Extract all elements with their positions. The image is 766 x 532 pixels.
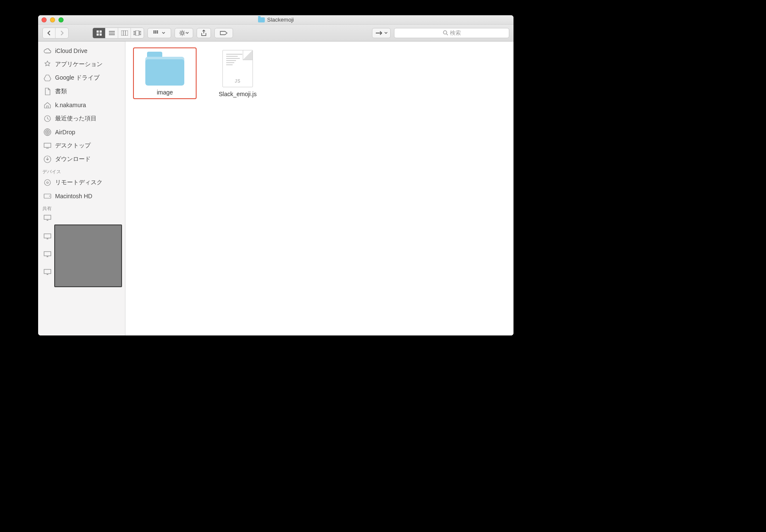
svg-rect-16 xyxy=(153,32,155,33)
file-item[interactable]: JS Slack_emoji.js xyxy=(206,47,269,100)
sidebar-shared-item[interactable] xyxy=(38,231,125,241)
body: iCloud Drive アプリケーション Google ドライブ 書類 k.n… xyxy=(38,42,513,335)
download-icon xyxy=(43,155,52,163)
sidebar-item-applications[interactable]: アプリケーション xyxy=(38,58,125,71)
svg-rect-43 xyxy=(44,234,51,238)
tag-icon xyxy=(219,30,228,36)
gdrive-icon xyxy=(43,74,52,82)
svg-rect-2 xyxy=(97,33,99,36)
icon-view-button[interactable] xyxy=(93,28,105,38)
sidebar-label: リモートディスク xyxy=(55,179,103,186)
sidebar-item-remote-disc[interactable]: リモートディスク xyxy=(38,176,125,189)
sidebar-label: アプリケーション xyxy=(55,61,103,68)
svg-point-28 xyxy=(443,31,447,34)
sidebar-label: iCloud Drive xyxy=(55,47,87,54)
share-icon xyxy=(201,30,207,36)
svg-rect-1 xyxy=(100,30,102,33)
svg-point-37 xyxy=(44,180,50,186)
sidebar-item-documents[interactable]: 書類 xyxy=(38,85,125,98)
coverflow-view-button[interactable] xyxy=(131,28,144,38)
item-label: Slack_emoji.js xyxy=(219,91,256,97)
svg-point-40 xyxy=(49,196,50,197)
action-button[interactable] xyxy=(175,28,193,38)
folder-item[interactable]: image xyxy=(133,47,197,99)
svg-rect-10 xyxy=(133,31,135,35)
sidebar-label: k.nakamura xyxy=(55,102,86,108)
svg-point-19 xyxy=(181,32,183,34)
sidebar-item-desktop[interactable]: デスクトップ xyxy=(38,139,125,152)
svg-rect-12 xyxy=(140,31,141,35)
monitor-icon xyxy=(43,250,52,258)
sidebar-header-shared: 共有 xyxy=(38,203,125,213)
sidebar-label: 最近使った項目 xyxy=(55,115,97,122)
svg-rect-15 xyxy=(157,30,158,32)
items-area[interactable]: image JS Slack_emoji.js xyxy=(125,42,513,335)
sidebar-label: Macintosh HD xyxy=(55,193,92,200)
sidebar-item-downloads[interactable]: ダウンロード xyxy=(38,152,125,166)
tags-button[interactable] xyxy=(214,28,233,38)
title-center: Slackemoji xyxy=(38,17,513,23)
search-field[interactable]: 検索 xyxy=(394,28,509,38)
js-file-icon: JS xyxy=(222,50,253,87)
column-view-button[interactable] xyxy=(118,28,131,38)
window-title: Slackemoji xyxy=(267,17,294,23)
sidebar: iCloud Drive アプリケーション Google ドライブ 書類 k.n… xyxy=(38,42,125,335)
monitor-icon xyxy=(43,268,52,276)
titlebar[interactable]: Slackemoji xyxy=(38,15,513,25)
clock-icon xyxy=(43,114,52,123)
search-icon xyxy=(443,30,448,36)
item-label: image xyxy=(157,89,173,96)
svg-rect-7 xyxy=(121,30,128,36)
svg-line-29 xyxy=(447,34,448,35)
sidebar-item-icloud[interactable]: iCloud Drive xyxy=(38,44,125,58)
cloud-icon xyxy=(43,47,52,55)
svg-line-24 xyxy=(180,31,181,32)
svg-rect-3 xyxy=(100,33,102,36)
doc-icon xyxy=(43,87,52,96)
sidebar-label: AirDrop xyxy=(55,129,75,136)
sidebar-item-gdrive[interactable]: Google ドライブ xyxy=(38,71,125,85)
apps-icon xyxy=(43,60,52,69)
disc-icon xyxy=(43,178,52,187)
sidebar-shared-item[interactable] xyxy=(38,249,125,259)
back-button[interactable] xyxy=(43,28,56,38)
sidebar-item-home[interactable]: k.nakamura xyxy=(38,98,125,112)
chevron-down-icon xyxy=(162,32,165,34)
finder-window: Slackemoji xyxy=(38,15,513,335)
hdd-icon xyxy=(43,192,52,200)
share-button[interactable] xyxy=(197,28,211,38)
sidebar-label: Google ドライブ xyxy=(55,74,100,82)
list-view-button[interactable] xyxy=(105,28,118,38)
sidebar-label: 書類 xyxy=(55,88,67,95)
home-icon xyxy=(43,101,52,109)
svg-rect-45 xyxy=(44,252,51,256)
sidebar-item-airdrop[interactable]: AirDrop xyxy=(38,125,125,139)
svg-point-32 xyxy=(45,130,50,134)
desktop-icon xyxy=(43,141,52,150)
sidebar-label: ダウンロード xyxy=(55,155,91,163)
file-badge: JS xyxy=(223,79,253,83)
airdrop-icon xyxy=(43,128,52,136)
sidebar-label: デスクトップ xyxy=(55,142,91,150)
nav-buttons xyxy=(42,28,69,39)
svg-rect-14 xyxy=(155,30,156,32)
sidebar-shared-item[interactable] xyxy=(38,267,125,277)
svg-rect-13 xyxy=(153,30,155,32)
sidebar-item-recents[interactable]: 最近使った項目 xyxy=(38,112,125,125)
svg-rect-18 xyxy=(157,32,158,33)
sidebar-shared-item[interactable] xyxy=(38,213,125,223)
svg-rect-47 xyxy=(44,269,51,274)
sidebar-item-macintosh-hd[interactable]: Macintosh HD xyxy=(38,189,125,203)
view-mode xyxy=(92,28,144,39)
monitor-icon xyxy=(43,232,52,241)
sidebar-header-devices: デバイス xyxy=(38,166,125,176)
chevron-down-icon xyxy=(186,32,189,34)
svg-rect-34 xyxy=(44,143,51,147)
svg-rect-11 xyxy=(136,30,139,36)
svg-rect-0 xyxy=(97,30,99,33)
forward-button[interactable] xyxy=(56,28,68,38)
svg-rect-17 xyxy=(155,32,156,33)
chevron-down-icon xyxy=(384,32,388,34)
dropbox-button[interactable] xyxy=(372,28,391,38)
arrange-button[interactable] xyxy=(147,28,171,38)
